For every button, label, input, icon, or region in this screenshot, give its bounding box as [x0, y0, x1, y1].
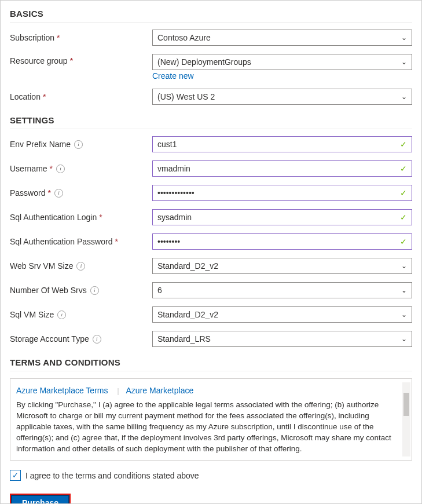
section-heading-settings: SETTINGS — [10, 115, 412, 125]
label-text: Storage Account Type — [10, 334, 89, 344]
check-icon: ✓ — [400, 237, 407, 246]
input-value: vmadmin — [157, 164, 190, 173]
marketplace-terms-link[interactable]: Azure Marketplace Terms — [16, 386, 108, 395]
info-icon[interactable]: i — [54, 189, 63, 198]
chevron-down-icon: ⌄ — [401, 34, 407, 42]
divider — [10, 22, 412, 23]
password-label: Password * i — [10, 188, 152, 198]
section-heading-terms: TERMS AND CONDITIONS — [10, 357, 412, 367]
resource-group-label: Resource group * — [10, 54, 152, 65]
storage-label: Storage Account Type i — [10, 334, 152, 344]
info-icon[interactable]: i — [56, 165, 65, 173]
subscription-label: Subscription * — [10, 33, 152, 42]
chevron-down-icon: ⌄ — [401, 311, 407, 319]
divider — [10, 371, 412, 371]
chevron-down-icon: ⌄ — [401, 58, 407, 66]
check-icon: ✓ — [400, 140, 407, 149]
storage-select[interactable]: Standard_LRS ⌄ — [152, 331, 412, 347]
select-value: (US) West US 2 — [157, 92, 215, 101]
env-prefix-input[interactable]: cust1 ✓ — [152, 136, 412, 152]
resource-group-select[interactable]: (New) DeploymentGroups ⌄ — [152, 54, 412, 70]
marketplace-link[interactable]: Azure Marketplace — [126, 386, 194, 395]
label-text: Username — [10, 164, 47, 173]
select-value: (New) DeploymentGroups — [157, 57, 251, 67]
select-value: Standard_LRS — [157, 334, 211, 344]
label-text: Resource group — [10, 56, 68, 65]
chevron-down-icon: ⌄ — [401, 262, 407, 270]
divider: | — [117, 386, 119, 395]
password-input[interactable]: ••••••••••••• ✓ — [152, 185, 412, 201]
sql-vm-select[interactable]: Standard_D2_v2 ⌄ — [152, 306, 412, 323]
num-web-srvs-select[interactable]: 6 ⌄ — [152, 282, 412, 298]
location-label: Location * — [10, 92, 152, 101]
label-text: Sql Authentication Login — [10, 213, 97, 222]
create-new-link[interactable]: Create new — [152, 71, 412, 81]
divider — [10, 129, 412, 129]
required-asterisk: * — [47, 188, 50, 198]
scrollbar[interactable] — [402, 382, 410, 456]
select-value: Standard_D2_v2 — [157, 261, 218, 271]
label-text: Password — [10, 188, 45, 198]
label-text: Sql Authentication Password — [10, 237, 112, 246]
label-text: Web Srv VM Size — [10, 261, 73, 271]
required-asterisk: * — [70, 56, 73, 65]
label-text: Subscription — [10, 33, 54, 42]
check-icon: ✓ — [400, 164, 407, 173]
required-asterisk: * — [99, 213, 102, 222]
check-icon: ✓ — [400, 213, 407, 222]
label-text: Env Prefix Name — [10, 140, 71, 149]
info-icon[interactable]: i — [90, 286, 99, 295]
info-icon[interactable]: i — [57, 311, 66, 319]
label-text: Location — [10, 92, 41, 101]
agree-label: I agree to the terms and conditions stat… — [25, 471, 199, 480]
input-value: sysadmin — [157, 213, 192, 222]
select-value: 6 — [157, 286, 162, 295]
select-value: Standard_D2_v2 — [157, 310, 218, 319]
terms-text: By clicking "Purchase," I (a) agree to t… — [16, 400, 408, 454]
web-srv-vm-select[interactable]: Standard_D2_v2 ⌄ — [152, 258, 412, 274]
required-asterisk: * — [43, 92, 46, 101]
label-text: Number Of Web Srvs — [10, 286, 87, 295]
username-input[interactable]: vmadmin ✓ — [152, 160, 412, 177]
check-icon: ✓ — [400, 188, 407, 198]
sql-login-input[interactable]: sysadmin ✓ — [152, 209, 412, 225]
required-asterisk: * — [57, 33, 60, 42]
label-text: Sql VM Size — [10, 310, 54, 319]
required-asterisk: * — [115, 237, 118, 246]
info-icon[interactable]: i — [74, 140, 83, 149]
required-asterisk: * — [50, 164, 53, 173]
sql-password-input[interactable]: •••••••• ✓ — [152, 233, 412, 250]
input-value: •••••••• — [157, 237, 180, 246]
scrollbar-thumb[interactable] — [403, 393, 409, 416]
sql-login-label: Sql Authentication Login * — [10, 213, 152, 222]
num-web-srvs-label: Number Of Web Srvs i — [10, 286, 152, 295]
input-value: ••••••••••••• — [157, 188, 195, 198]
sql-password-label: Sql Authentication Password * — [10, 237, 152, 246]
section-heading-basics: BASICS — [10, 9, 412, 19]
sql-vm-label: Sql VM Size i — [10, 310, 152, 319]
web-srv-vm-label: Web Srv VM Size i — [10, 261, 152, 271]
purchase-button[interactable]: Purchase — [10, 494, 71, 504]
terms-box: Azure Marketplace Terms | Azure Marketpl… — [10, 378, 412, 461]
subscription-select[interactable]: Contoso Azure ⌄ — [152, 30, 412, 46]
info-icon[interactable]: i — [76, 262, 85, 271]
select-value: Contoso Azure — [157, 33, 211, 42]
info-icon[interactable]: i — [93, 335, 101, 344]
username-label: Username * i — [10, 164, 152, 173]
env-prefix-label: Env Prefix Name i — [10, 140, 152, 149]
chevron-down-icon: ⌄ — [401, 335, 407, 343]
location-select[interactable]: (US) West US 2 ⌄ — [152, 89, 412, 105]
agree-checkbox[interactable]: ✓ — [10, 470, 21, 481]
chevron-down-icon: ⌄ — [401, 286, 407, 294]
input-value: cust1 — [157, 140, 177, 149]
chevron-down-icon: ⌄ — [401, 93, 407, 101]
